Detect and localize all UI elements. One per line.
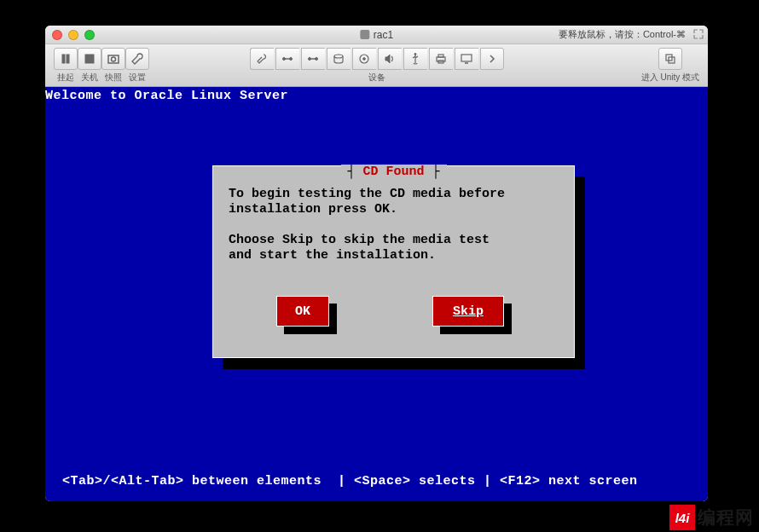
printer-icon (435, 53, 447, 65)
poweroff-col: 关机 (78, 48, 101, 84)
poweroff-button[interactable] (78, 48, 101, 70)
pause-icon (60, 53, 72, 65)
svg-point-5 (283, 57, 286, 60)
dialog-body: To begin testing the CD media before ins… (229, 187, 505, 263)
snapshot-label: 快照 (105, 72, 122, 84)
minimize-button[interactable] (68, 30, 78, 40)
zoom-button[interactable] (84, 30, 95, 40)
app-icon (360, 30, 369, 39)
skip-button[interactable]: Skip (432, 296, 504, 327)
cd-found-dialog: ┤ CD Found ├ To begin testing the CD med… (212, 165, 575, 358)
welcome-text: Welcome to Oracle Linux Server (45, 89, 288, 103)
close-button[interactable] (52, 30, 62, 40)
unity-icon (664, 53, 676, 65)
svg-point-4 (112, 57, 116, 61)
device-network1-button[interactable] (275, 48, 299, 70)
device-sound-button[interactable] (378, 48, 402, 70)
svg-rect-1 (67, 55, 69, 63)
watermark: l4i 编程网 (669, 505, 754, 530)
device-display-button[interactable] (455, 48, 478, 70)
device-network2-button[interactable] (301, 48, 325, 70)
settings-col: 设置 (125, 48, 149, 84)
svg-rect-14 (438, 55, 443, 57)
wrench-icon (131, 53, 143, 65)
ok-button[interactable]: OK (276, 296, 329, 327)
settings-label: 设置 (129, 72, 146, 84)
svg-point-9 (334, 55, 343, 58)
chevron-right-icon (486, 53, 498, 65)
suspend-col: 挂起 (54, 48, 78, 84)
vm-console[interactable]: Welcome to Oracle Linux Server ┤ CD Foun… (45, 87, 708, 501)
poweroff-label: 关机 (81, 72, 98, 84)
network-icon (307, 53, 319, 65)
watermark-text: 编程网 (698, 506, 754, 529)
wrench-small-icon (256, 53, 268, 65)
hdd-icon (333, 53, 345, 65)
snapshot-col: 快照 (101, 48, 125, 84)
svg-point-7 (309, 57, 311, 60)
snapshot-icon (107, 53, 119, 65)
stop-icon (84, 53, 96, 65)
usb-icon (409, 53, 421, 65)
device-tools-button[interactable] (250, 48, 274, 70)
devices-label: 设备 (368, 72, 385, 84)
cd-icon (358, 53, 370, 65)
toolbar: 挂起 关机 快照 设置 (45, 44, 708, 87)
titlebar: rac1 要释放鼠标，请按：Control-⌘ (45, 26, 708, 44)
mouse-release-hint: 要释放鼠标，请按：Control-⌘ (559, 28, 686, 41)
speaker-icon (384, 53, 396, 65)
traffic-lights (52, 30, 95, 40)
svg-point-6 (290, 57, 293, 60)
suspend-label: 挂起 (57, 72, 74, 84)
svg-point-8 (316, 57, 318, 60)
suspend-button[interactable] (54, 48, 78, 70)
watermark-badge: l4i (669, 505, 695, 530)
device-more-button[interactable] (480, 48, 504, 70)
display-icon (461, 53, 472, 65)
network-icon (281, 53, 293, 65)
title-text: rac1 (374, 29, 393, 41)
svg-point-11 (363, 57, 366, 60)
devices-group: 设备 (250, 48, 504, 84)
svg-rect-16 (461, 55, 472, 61)
unity-button[interactable] (658, 48, 682, 70)
device-cd-button[interactable] (352, 48, 376, 70)
unity-col: 进入 Unity 模式 (641, 48, 699, 84)
device-usb-button[interactable] (403, 48, 427, 70)
keyboard-hint: <Tab>/<Alt-Tab> between elements | <Spac… (62, 474, 638, 489)
svg-point-12 (414, 53, 416, 55)
unity-label: 进入 Unity 模式 (641, 72, 699, 84)
svg-rect-0 (62, 55, 65, 63)
dialog-title: ┤ CD Found ├ (340, 165, 446, 179)
window-title: rac1 (360, 29, 393, 41)
vm-window: rac1 要释放鼠标，请按：Control-⌘ 挂起 关机 快照 设置 (45, 26, 708, 501)
svg-rect-2 (85, 55, 94, 63)
snapshot-button[interactable] (101, 48, 125, 70)
device-printer-button[interactable] (429, 48, 453, 70)
settings-button[interactable] (125, 48, 149, 70)
device-hdd-button[interactable] (327, 48, 351, 70)
fullscreen-icon[interactable] (693, 29, 704, 39)
